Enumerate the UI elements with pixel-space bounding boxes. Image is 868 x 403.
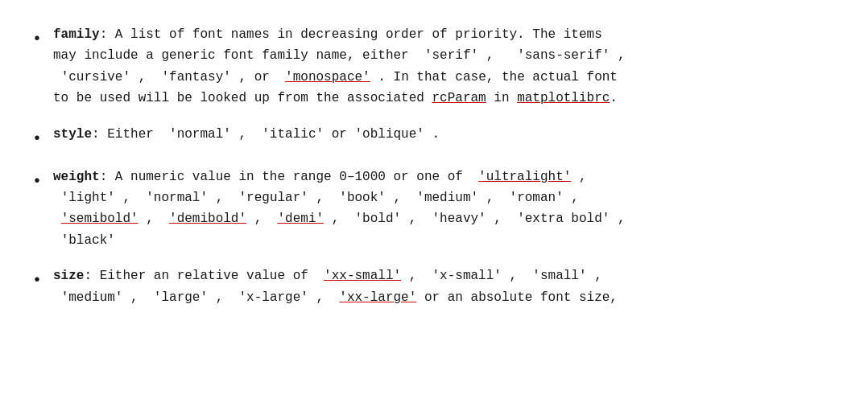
bullet-size: • — [32, 267, 42, 294]
content-weight: weight: A numeric value in the range 0–1… — [53, 167, 836, 252]
content-family: family: A list of font names in decreasi… — [53, 24, 836, 109]
bullet-style: • — [32, 125, 42, 152]
list-item-weight: • weight: A numeric value in the range 0… — [32, 167, 836, 252]
list-item-family: • family: A list of font names in decrea… — [32, 24, 836, 109]
content-style: style: Either 'normal' , 'italic' or 'ob… — [53, 124, 836, 145]
doc-list: • family: A list of font names in decrea… — [32, 24, 836, 308]
bullet-weight: • — [32, 168, 42, 195]
content-size: size: Either an relative value of 'xx-sm… — [53, 265, 836, 308]
list-item-style: • style: Either 'normal' , 'italic' or '… — [32, 124, 836, 152]
bullet-family: • — [32, 26, 42, 52]
list-item-size: • size: Either an relative value of 'xx-… — [32, 265, 836, 308]
